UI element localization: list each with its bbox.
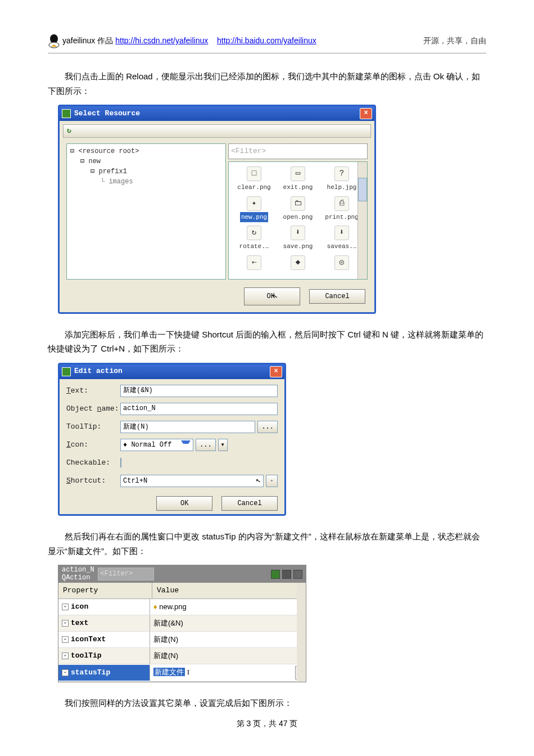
app-icon xyxy=(62,367,71,376)
page-footer: 第 3 页，共 47 页 xyxy=(48,717,486,731)
property-editor: action_N QAction <Filter> Property Value… xyxy=(58,565,306,682)
file-icon: □ xyxy=(247,166,261,181)
thumb-item[interactable]: ⇠ xyxy=(232,255,276,271)
shortcut-clear-button[interactable]: ◦ xyxy=(266,475,278,487)
expand-icon[interactable]: + xyxy=(62,620,69,627)
thumb-new.png[interactable]: ✦new.png xyxy=(232,196,276,223)
add-icon[interactable] xyxy=(271,570,280,579)
remove-icon[interactable] xyxy=(282,570,291,579)
expand-icon[interactable]: + xyxy=(62,636,69,643)
shortcut-label: Shortcut: xyxy=(66,475,120,487)
chevron-down-icon xyxy=(181,440,191,449)
property-editor-header: action_N QAction <Filter> xyxy=(58,565,306,582)
paragraph-2: 添加完图标后，我们单击一下快捷键 Shortcut 后面的输入框，然后同时按下 … xyxy=(48,327,486,356)
objectname-input[interactable]: action_N xyxy=(120,403,278,415)
icon-more-button[interactable]: ... xyxy=(196,439,216,451)
object-class-text: QAction xyxy=(62,574,94,582)
tooltip-more-button[interactable]: ... xyxy=(257,421,278,433)
cursor-icon: ↖ xyxy=(271,289,279,304)
titlebar: Edit action × xyxy=(60,364,284,379)
file-icon: ◎ xyxy=(334,255,349,270)
text-input[interactable]: 新建(&N) xyxy=(120,385,278,397)
author-text: yafeilinux 作品 xyxy=(62,34,113,48)
thumb-save.png[interactable]: ⬇save.png xyxy=(276,226,320,252)
cursor-icon: ↖ xyxy=(254,474,263,489)
titlebar: Select Resource × xyxy=(60,106,374,121)
expand-icon[interactable]: + xyxy=(62,652,69,659)
thumb-open.png[interactable]: 🗀open.png xyxy=(276,196,320,223)
expand-icon[interactable]: + xyxy=(62,604,69,610)
close-icon[interactable]: × xyxy=(360,108,372,119)
checkable-label: Checkable: xyxy=(66,457,120,469)
file-icon: ⬇ xyxy=(334,226,349,240)
file-icon: ↻ xyxy=(247,226,261,240)
page-header: yafeilinux 作品 http://hi.csdn.net/yafeili… xyxy=(48,34,486,53)
table-row[interactable]: +toolTip新建(N) xyxy=(58,648,306,664)
thumb-exit.png[interactable]: ▭exit.png xyxy=(276,166,320,193)
thumb-item[interactable]: ◆ xyxy=(276,255,320,271)
table-row[interactable]: +icon♦ new.png xyxy=(58,599,306,615)
checkable-checkbox[interactable] xyxy=(120,458,121,467)
file-icon: ⇠ xyxy=(247,255,261,270)
text-label: Text: xyxy=(66,385,120,397)
paragraph-1: 我们点击上面的 Reload，便能显示出我们已经添加的图标，我们选中其中的新建菜… xyxy=(48,69,486,98)
filter-input[interactable]: <Filter> xyxy=(228,143,368,159)
table-row[interactable]: +statusTip新建文件 I◦ xyxy=(58,664,306,682)
cancel-button[interactable]: Cancel xyxy=(221,496,278,511)
tooltip-label: ToolTip: xyxy=(66,421,120,433)
table-row[interactable]: +iconText新建(N) xyxy=(58,632,306,648)
select-resource-dialog: Select Resource × ↻ ⊟ <resource root> ⊟ … xyxy=(58,105,376,314)
icon-select[interactable]: ♦ Normal Off xyxy=(120,439,193,451)
dialog-title: Select Resource xyxy=(74,107,140,120)
slogan-text: 开源，共享，自由 xyxy=(423,34,486,48)
toolbar: ↻ xyxy=(63,124,371,138)
scrollbar[interactable] xyxy=(297,583,306,682)
thumb-rotate.…[interactable]: ↻rotate.… xyxy=(232,226,276,252)
baidu-link[interactable]: http://hi.baidu.com/yafeilinux xyxy=(217,34,316,48)
file-icon: ◆ xyxy=(291,255,305,270)
table-header: Property Value xyxy=(58,583,306,599)
scrollbar[interactable] xyxy=(357,162,367,279)
object-name-text: action_N xyxy=(62,566,94,574)
file-icon: ▭ xyxy=(291,166,305,181)
shortcut-input[interactable]: Ctrl+N↖ xyxy=(120,475,264,487)
table-row[interactable]: +text新建(&N) xyxy=(58,615,306,632)
ok-button[interactable]: OK↖ xyxy=(244,287,300,305)
reload-icon[interactable]: ↻ xyxy=(67,125,71,137)
icon-label: Icon: xyxy=(66,439,120,451)
tooltip-input[interactable]: 新建(N) xyxy=(120,421,255,433)
filter-input[interactable]: <Filter> xyxy=(98,568,154,580)
paragraph-3: 然后我们再在右面的属性窗口中更改 statusTip 的内容为“新建文件”，这样… xyxy=(48,529,486,558)
objectname-label: Object name: xyxy=(66,403,120,415)
col-property: Property xyxy=(58,583,152,598)
col-value: Value xyxy=(152,583,306,598)
tux-logo-icon xyxy=(48,34,60,48)
tool-icon[interactable] xyxy=(293,570,302,579)
ok-button[interactable]: OK xyxy=(156,496,212,511)
app-icon xyxy=(62,109,71,118)
file-icon: ⬇ xyxy=(291,226,305,240)
file-icon: ? xyxy=(334,166,349,181)
dialog-title: Edit action xyxy=(74,365,123,377)
csdn-link[interactable]: http://hi.csdn.net/yafeilinux xyxy=(115,34,208,48)
file-icon: ✦ xyxy=(247,196,261,211)
icon-dropdown-button[interactable]: ▾ xyxy=(218,439,228,451)
resource-tree[interactable]: ⊟ <resource root> ⊟ new ⊟ prefix1 └ imag… xyxy=(66,143,226,280)
edit-action-dialog: Edit action × Text: 新建(&N) Object name: … xyxy=(58,363,286,516)
cancel-button[interactable]: Cancel xyxy=(309,289,365,304)
thumb-clear.png[interactable]: □clear.png xyxy=(232,166,276,193)
paragraph-4: 我们按照同样的方法设置其它菜单，设置完成后如下图所示： xyxy=(48,696,486,710)
expand-icon[interactable]: + xyxy=(62,669,69,676)
file-icon: 🗀 xyxy=(291,196,305,211)
thumbnail-grid[interactable]: □clear.png▭exit.png?help.jpg✦new.png🗀ope… xyxy=(228,161,368,280)
file-icon: ⎙ xyxy=(334,196,349,211)
close-icon[interactable]: × xyxy=(270,366,282,377)
